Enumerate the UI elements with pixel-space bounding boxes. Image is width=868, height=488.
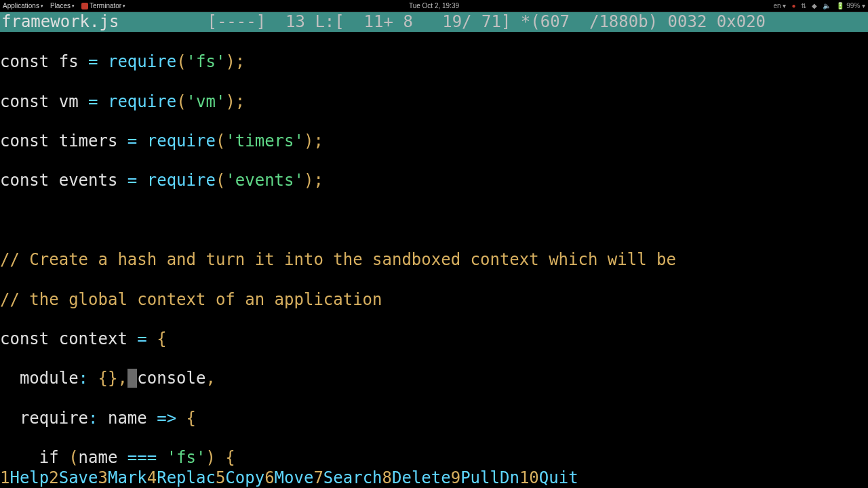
clock: Tue Oct 2, 19:39 xyxy=(409,2,459,9)
menu-applications[interactable]: Applications ▾ xyxy=(3,2,43,9)
status-info: [----] 13 L:[ 11+ 8 19/ 71] *(607 /1880b… xyxy=(119,12,868,32)
network-icon[interactable]: ⇅ xyxy=(801,2,806,9)
lang-indicator[interactable]: en ▾ xyxy=(773,2,786,9)
menu-terminal[interactable]: Terminator ▾ xyxy=(81,2,125,9)
fkey-copy[interactable]: 5Copy xyxy=(216,468,264,488)
updates-icon[interactable]: ◆ xyxy=(812,2,817,9)
code-area[interactable]: const fs = require('fs'); const vm = req… xyxy=(0,32,868,488)
terminal-icon xyxy=(81,3,88,9)
editor-statusline: framework.js [----] 13 L:[ 11+ 8 19/ 71]… xyxy=(0,12,868,32)
fkey-quit[interactable]: 10Quit xyxy=(519,468,578,488)
editor-window: framework.js [----] 13 L:[ 11+ 8 19/ 71]… xyxy=(0,12,868,488)
record-icon[interactable]: ● xyxy=(791,2,795,9)
fkey-delete[interactable]: 8Delete xyxy=(382,468,451,488)
fkey-save[interactable]: 2Save xyxy=(49,468,98,488)
fkey-pulldn[interactable]: 9PullDn xyxy=(451,468,519,488)
function-key-bar: 1Help 2Save 3Mark 4Replac 5Copy 6Move 7S… xyxy=(0,468,868,488)
system-topbar: Applications ▾ Places ▾ Terminator ▾ Tue… xyxy=(0,0,868,12)
filename: framework.js xyxy=(0,12,119,32)
fkey-move[interactable]: 6Move xyxy=(264,468,313,488)
battery-icon[interactable]: 🔋 99% ▾ xyxy=(836,2,865,9)
fkey-search[interactable]: 7Search xyxy=(313,468,382,488)
menu-places[interactable]: Places ▾ xyxy=(50,2,75,9)
volume-icon[interactable]: 🔈 xyxy=(823,2,831,9)
fkey-mark[interactable]: 3Mark xyxy=(98,468,147,488)
cursor xyxy=(127,369,137,388)
fkey-help[interactable]: 1Help xyxy=(0,468,49,488)
fkey-replace[interactable]: 4Replac xyxy=(147,468,216,488)
